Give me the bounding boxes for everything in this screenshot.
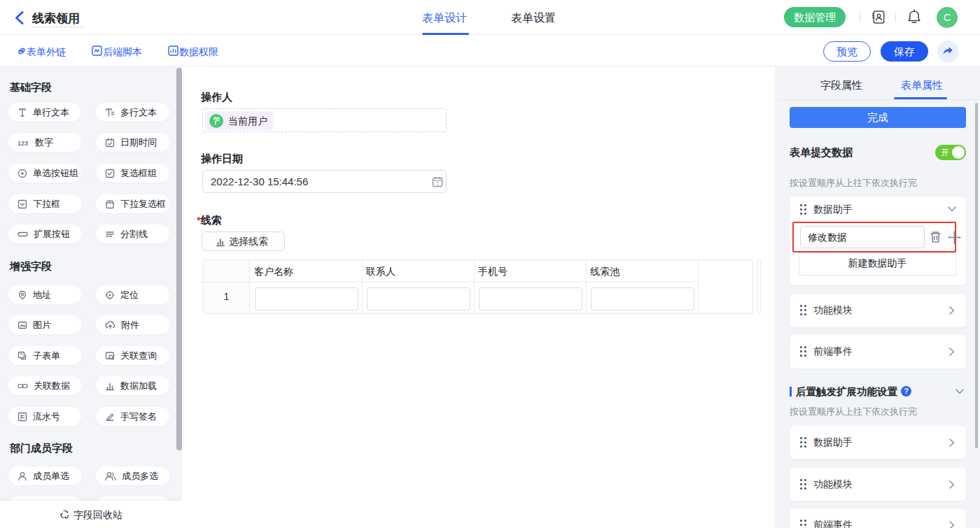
- svg-text:7: 7: [436, 181, 439, 186]
- svg-text:123: 123: [18, 140, 28, 147]
